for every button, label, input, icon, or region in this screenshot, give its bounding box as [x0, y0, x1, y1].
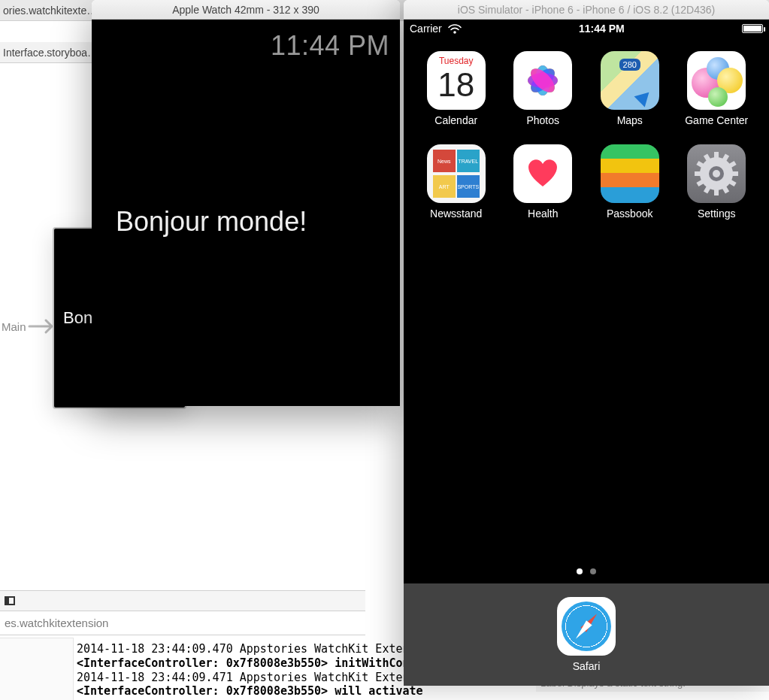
safari-icon	[557, 597, 616, 656]
app-grid: Tuesday 18 Calendar	[420, 51, 752, 220]
app-label: Safari	[573, 660, 601, 672]
app-health[interactable]: Health	[507, 144, 580, 220]
app-label: Health	[528, 208, 558, 220]
page-dot-active	[577, 568, 583, 574]
battery-icon	[742, 24, 763, 33]
breadcrumb-text: es.watchkitextension	[5, 617, 108, 629]
app-label: Newsstand	[430, 208, 482, 220]
carrier-label: Carrier	[410, 23, 442, 35]
xcode-tab-label[interactable]: ories.watchkitexte…	[3, 5, 97, 17]
app-label: Calendar	[434, 114, 477, 126]
newsstand-icon: News TRAVEL ART SPORTS	[427, 144, 486, 203]
app-label: Maps	[617, 114, 643, 126]
app-label: Passbook	[607, 208, 652, 220]
iphone-simulator-window[interactable]: iOS Simulator - iPhone 6 - iPhone 6 / iO…	[404, 0, 769, 686]
xcode-breadcrumb[interactable]: es.watchkitextension	[0, 611, 365, 635]
svg-rect-18	[695, 171, 702, 176]
watch-window-title: Apple Watch 42mm - 312 x 390	[92, 0, 400, 20]
svg-rect-9	[714, 152, 719, 159]
xcode-file-tab-label: Interface.storyboa…	[3, 47, 98, 59]
maps-shield: 280	[619, 59, 640, 71]
console-line: 2014-11-18 23:44:09.470 Appstories Watch…	[77, 642, 423, 656]
app-settings[interactable]: Settings	[681, 144, 753, 220]
xcode-bottom-toolbar	[0, 590, 365, 611]
iphone-screen[interactable]: Carrier 11:44 PM Tuesday 18 Calendar	[404, 20, 769, 686]
svg-point-22	[713, 170, 720, 177]
photos-icon	[513, 51, 572, 110]
iphone-window-title: iOS Simulator - iPhone 6 - iPhone 6 / iO…	[404, 0, 769, 20]
wifi-icon	[448, 23, 462, 34]
app-gamecenter[interactable]: Game Center	[681, 51, 753, 126]
storyboard-entry-arrow: Main	[2, 314, 56, 338]
app-newsstand[interactable]: News TRAVEL ART SPORTS Newsstand	[420, 144, 492, 220]
status-time: 11:44 PM	[579, 23, 625, 35]
health-icon	[513, 144, 572, 203]
passbook-icon	[601, 144, 659, 203]
status-bar: Carrier 11:44 PM	[404, 20, 769, 38]
watch-title-text: Apple Watch 42mm - 312 x 390	[172, 4, 319, 16]
app-safari[interactable]: Safari	[557, 597, 616, 672]
app-photos[interactable]: Photos	[507, 51, 580, 126]
console-sidebar	[0, 638, 73, 700]
gamecenter-icon	[687, 51, 746, 110]
home-screen[interactable]: Tuesday 18 Calendar	[404, 38, 769, 220]
main-label: Main	[2, 320, 26, 333]
calendar-date: 18	[437, 66, 474, 104]
watch-simulator-window[interactable]: Apple Watch 42mm - 312 x 390 11:44 PM Bo…	[92, 0, 400, 406]
watch-message-label: Bonjour monde!	[116, 206, 307, 238]
svg-rect-12	[731, 171, 738, 176]
app-label: Settings	[698, 208, 736, 220]
settings-icon	[687, 144, 746, 203]
svg-rect-15	[714, 188, 719, 195]
page-indicator[interactable]	[404, 568, 769, 574]
app-label: Photos	[526, 114, 559, 126]
calendar-icon: Tuesday 18	[427, 51, 486, 110]
watch-screen[interactable]: 11:44 PM Bonjour monde!	[92, 20, 400, 406]
iphone-title-text: iOS Simulator - iPhone 6 - iPhone 6 / iO…	[458, 4, 715, 16]
maps-icon: 280	[601, 51, 659, 110]
page-dot	[590, 568, 596, 574]
calendar-day: Tuesday	[427, 56, 486, 66]
location-arrow-icon	[634, 87, 654, 108]
app-label: Game Center	[685, 114, 748, 126]
watch-time: 11:44 PM	[271, 30, 389, 62]
app-maps[interactable]: 280 Maps	[594, 51, 666, 126]
dock: Safari	[404, 583, 769, 686]
console-line: <InterfaceController: 0x7f8008e3b550> wi…	[77, 684, 423, 698]
app-passbook[interactable]: Passbook	[594, 144, 666, 220]
panel-toggle-icon[interactable]	[5, 596, 15, 605]
app-calendar[interactable]: Tuesday 18 Calendar	[420, 51, 492, 126]
console-line: <InterfaceController: 0x7f8008e3b550> in…	[77, 656, 423, 670]
